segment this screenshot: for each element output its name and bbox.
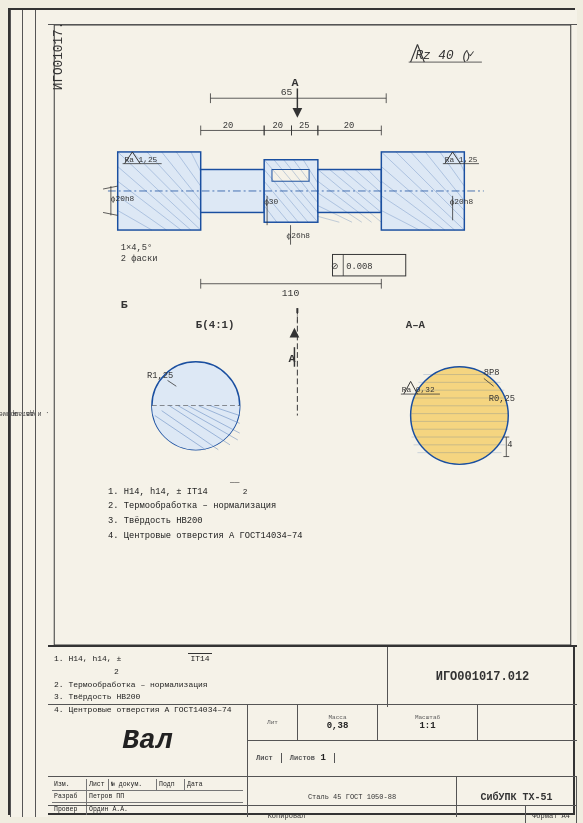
svg-text:ф20h8: ф20h8	[111, 194, 135, 203]
svg-text:А–А: А–А	[406, 319, 426, 331]
header-row: Изм. Лист № докум. Подп Дата	[52, 779, 243, 791]
svg-text:——: ——	[229, 477, 240, 486]
title-doc-number: ИГО001017.012	[388, 647, 577, 707]
title-block-mid: Вал Лит Масса 0,38 Масштаб 1:1	[48, 705, 577, 777]
svg-text:25: 25	[299, 121, 310, 131]
drawing-area: ИГО01017.012 Rz 40 ( ) ✓ А 65	[48, 25, 577, 645]
svg-text:⊘: ⊘	[331, 262, 339, 272]
svg-text:Б: Б	[121, 298, 128, 312]
mass-cell: Масса 0,38	[298, 705, 378, 740]
svg-text:20: 20	[344, 121, 355, 131]
top-strip	[48, 10, 577, 25]
svg-text:ИГО01017.012: ИГО01017.012	[51, 25, 66, 90]
svg-marker-109	[290, 328, 300, 338]
svg-text:Ra 0,32: Ra 0,32	[402, 385, 435, 394]
format-line: Копировал Формат А4	[48, 805, 577, 823]
svg-text:65: 65	[281, 87, 293, 98]
copied-label: Копировал	[48, 806, 526, 823]
drawing-title: Вал	[48, 705, 248, 776]
svg-line-69	[103, 186, 118, 189]
svg-text:1×4,5°: 1×4,5°	[121, 243, 153, 253]
title-right-cells: Лит Масса 0,38 Масштаб 1:1 Лист	[248, 705, 577, 776]
svg-text:Б(4:1): Б(4:1)	[196, 319, 235, 331]
col-date: Дата	[185, 779, 240, 790]
svg-text:3.  Твёрдость НВ200: 3. Твёрдость НВ200	[108, 516, 203, 526]
left-strips: Перв. примен. Справ. № Подп. и дата	[10, 10, 48, 817]
svg-text:20: 20	[223, 121, 234, 131]
svg-line-47	[318, 216, 339, 222]
svg-text:✓: ✓	[468, 50, 476, 60]
col-sheet: Лист	[87, 779, 109, 790]
strip-3: Подп. и дата	[35, 10, 48, 817]
svg-text:А: А	[292, 76, 300, 90]
svg-text:4.  Центровые отверстия А ГОСТ: 4. Центровые отверстия А ГОСТ14034–74	[108, 531, 303, 541]
svg-point-123	[411, 367, 509, 465]
svg-text:R0,25: R0,25	[489, 394, 515, 404]
dev-name: Петров ПП	[87, 791, 187, 802]
lit-cell: Лит	[248, 705, 298, 740]
scale-cell: Масштаб 1:1	[378, 705, 478, 740]
col-sign: Подп	[157, 779, 185, 790]
title-block-top: 1. Н14, h14, ± IT14 2 2. Термообработка …	[48, 645, 577, 705]
svg-text:110: 110	[282, 288, 300, 299]
col-role: Изм.	[52, 779, 87, 790]
dev-role: Разраб	[52, 791, 87, 802]
format-label: Формат А4	[526, 806, 577, 823]
svg-text:1.  Н14, h14, ±  IT14: 1. Н14, h14, ± IT14	[108, 487, 208, 497]
svg-text:Ra 1,25: Ra 1,25	[445, 155, 478, 164]
svg-text:R1,25: R1,25	[147, 371, 173, 381]
svg-text:0.008: 0.008	[346, 262, 372, 272]
svg-text:20: 20	[273, 121, 284, 131]
svg-marker-9	[292, 108, 302, 118]
dev-row: Разраб Петров ПП	[52, 791, 243, 803]
svg-text:Ra 1,25: Ra 1,25	[125, 155, 158, 164]
svg-text:8P8: 8P8	[484, 368, 500, 378]
title-right-bottom: Лист Листов 1	[248, 741, 577, 777]
svg-text:ф30: ф30	[264, 197, 278, 206]
svg-text:4: 4	[507, 440, 512, 450]
svg-text:2 фаски: 2 фаски	[121, 254, 158, 264]
title-block: 1. Н14, h14, ± IT14 2 2. Термообработка …	[48, 645, 577, 817]
title-right-top: Лит Масса 0,38 Масштаб 1:1	[248, 705, 577, 741]
drawing-sheet: Перв. примен. Справ. № Подп. и дата ИГО0…	[8, 8, 575, 815]
document-notes: 1. Н14, h14, ± IT14 2 2. Термообработка …	[48, 647, 388, 707]
col-docnum: № докум.	[109, 779, 157, 790]
svg-text:А: А	[289, 352, 297, 366]
svg-text:2.  Термообработка – нормализа: 2. Термообработка – нормализация	[108, 501, 276, 511]
technical-drawing-svg: ИГО01017.012 Rz 40 ( ) ✓ А 65	[48, 25, 577, 645]
svg-line-70	[103, 212, 118, 215]
svg-text:2: 2	[243, 487, 248, 496]
svg-text:ф20h8: ф20h8	[450, 197, 474, 206]
